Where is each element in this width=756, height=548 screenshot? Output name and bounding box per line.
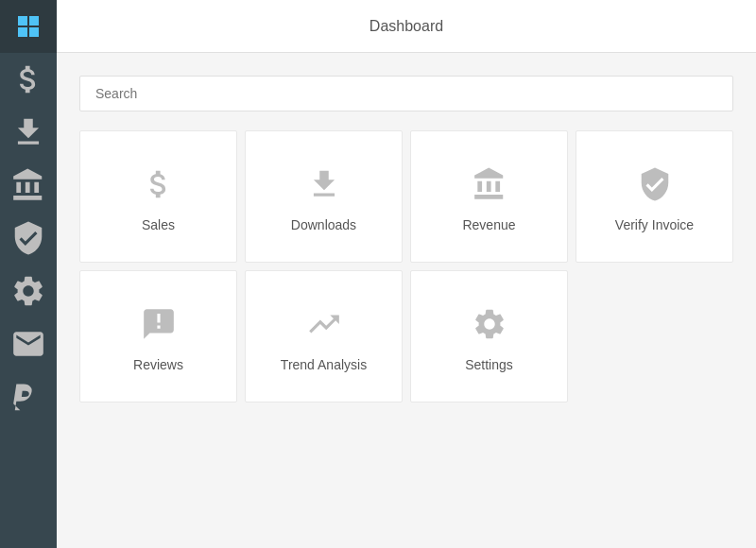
trend-analysis-icon: [306, 306, 342, 342]
shield-check-icon: [10, 220, 46, 256]
downloads-icon: [306, 166, 342, 202]
header: Dashboard: [57, 0, 756, 53]
card-trend-analysis-label: Trend Analysis: [281, 357, 367, 372]
logo-grid-icon: [18, 16, 39, 37]
card-sales-label: Sales: [142, 217, 175, 232]
sales-icon: [141, 166, 177, 202]
search-input[interactable]: [79, 76, 733, 111]
card-downloads-label: Downloads: [291, 217, 356, 232]
dollar-icon: [10, 61, 46, 97]
sidebar-item-mail[interactable]: [0, 317, 57, 370]
card-trend-analysis[interactable]: Trend Analysis: [245, 270, 403, 402]
search-container: [79, 76, 733, 111]
card-verify-invoice-label: Verify Invoice: [615, 217, 694, 232]
sidebar: [0, 0, 57, 548]
settings-sidebar-icon: [10, 273, 46, 309]
sidebar-item-settings[interactable]: [0, 265, 57, 317]
verify-invoice-icon: [637, 166, 673, 202]
card-settings-label: Settings: [465, 357, 513, 372]
download-icon: [10, 114, 46, 150]
content-area: Sales Downloads Revenue: [57, 53, 756, 548]
page-title: Dashboard: [369, 18, 443, 35]
sidebar-item-downloads[interactable]: [0, 106, 57, 159]
reviews-icon: [141, 306, 177, 342]
bank-icon: [10, 167, 46, 203]
card-settings[interactable]: Settings: [410, 270, 568, 402]
paypal-icon: [10, 379, 46, 415]
sidebar-item-revenue[interactable]: [0, 159, 57, 212]
card-verify-invoice[interactable]: Verify Invoice: [576, 130, 733, 263]
card-revenue-label: Revenue: [462, 217, 515, 232]
sidebar-item-paypal[interactable]: [0, 370, 57, 423]
card-downloads[interactable]: Downloads: [245, 130, 403, 263]
card-sales[interactable]: Sales: [79, 130, 237, 263]
sidebar-item-sales[interactable]: [0, 53, 57, 106]
card-reviews[interactable]: Reviews: [79, 270, 237, 402]
mail-icon: [10, 326, 46, 362]
settings-card-icon: [472, 306, 507, 342]
card-reviews-label: Reviews: [133, 357, 183, 372]
cards-grid: Sales Downloads Revenue: [79, 130, 733, 402]
main-content: Dashboard Sales: [57, 0, 756, 548]
card-revenue[interactable]: Revenue: [410, 130, 568, 263]
revenue-icon: [472, 166, 507, 202]
sidebar-item-verify-invoice[interactable]: [0, 212, 57, 265]
sidebar-logo[interactable]: [0, 0, 57, 53]
